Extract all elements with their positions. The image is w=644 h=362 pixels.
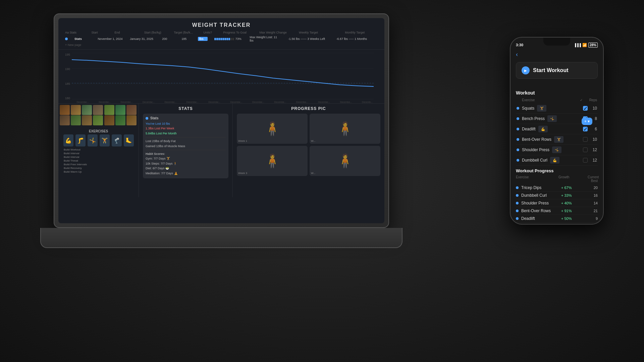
col-end-header: End	[114, 31, 137, 34]
x-label: Decembe...	[318, 101, 330, 103]
food-item[interactable]	[82, 105, 92, 115]
pb3	[218, 38, 220, 40]
photo-body: 🧍	[237, 146, 308, 176]
exercise-icon-shoulders: 🤸	[88, 134, 98, 146]
chart-area: 195 190 185 180	[58, 50, 384, 103]
food-item[interactable]	[115, 115, 125, 125]
data-row[interactable]: Stats November 1, 2024 January 31, 2025 …	[65, 36, 378, 42]
food-item[interactable]	[71, 115, 81, 125]
current-best: 16	[588, 193, 598, 197]
exercise-row-deadlift[interactable]: Deadlift 💪 ✓ 6	[516, 124, 598, 134]
x-label: Decembe...	[252, 101, 264, 103]
x-label: Decembe...	[77, 101, 89, 103]
exercise-checkbox[interactable]	[583, 147, 588, 152]
food-grid	[58, 104, 139, 127]
x-label: Decembe...	[230, 101, 243, 103]
screen-content: WEIGHT TRACKER Aa Stats Start End Start …	[58, 18, 384, 223]
photo-label-2: W...	[311, 139, 316, 142]
exercise-name: Bent-Over Rows	[522, 137, 551, 142]
col-weekly-header: Weekly Target	[299, 31, 338, 34]
food-item[interactable]	[60, 105, 70, 115]
x-label: Decembe...	[340, 101, 352, 103]
row-startval: 200	[162, 37, 175, 41]
food-item[interactable]	[93, 105, 103, 115]
exercise-dot	[516, 217, 519, 220]
phone-body: 3:30 ▐▐▐ 📶 28% ‹ ▶ Start Wo	[510, 37, 604, 225]
row-maxchange: Max Weight Lost: 11 lbs	[250, 36, 281, 42]
workout-list-item[interactable]: Build Recovery	[64, 166, 133, 170]
exercise-checkbox[interactable]: ✓	[583, 127, 588, 131]
progress-section-title: Workout Progress	[516, 168, 598, 173]
exercise-name: Shoulder Press	[522, 147, 549, 152]
progress-row-deadlift: Deadlift + 50% 9	[516, 215, 598, 223]
x-label: Decembe...	[121, 101, 133, 103]
row-target: 185	[181, 37, 191, 41]
exercise-icon-legs: 🦵	[75, 134, 86, 146]
food-item[interactable]	[126, 115, 137, 125]
pb6	[224, 38, 226, 40]
bottom-section: EXERCISES 💪 🦵 🤸 🏋 🦿 🦶	[58, 103, 384, 197]
exercise-checkbox[interactable]	[583, 158, 588, 163]
y-label-2: 190	[65, 67, 70, 71]
exercise-checkbox[interactable]	[583, 137, 588, 142]
exercise-left: Deadlift 💪	[517, 126, 548, 132]
exercise-icon: 🤸	[547, 115, 557, 122]
food-item[interactable]	[93, 115, 103, 125]
growth-badge: + 67%	[561, 186, 581, 190]
y-label-4: 180	[65, 97, 70, 100]
y-label-1: 195	[65, 53, 70, 56]
current-best: 9	[588, 217, 598, 221]
workout-list-item[interactable]: Build Interval	[64, 152, 133, 155]
add-page-btn[interactable]: + New page	[65, 43, 378, 47]
workout-list-item[interactable]: Build Free Intervals	[64, 163, 133, 166]
exercise-dot	[517, 128, 519, 130]
pb8	[228, 38, 230, 40]
x-label: Decembe...	[208, 101, 220, 103]
photo-label-3: Week 3	[238, 172, 247, 175]
y-label-3: 185	[65, 82, 70, 85]
food-item[interactable]	[104, 115, 114, 125]
stats-title: STATS	[143, 106, 228, 111]
progress-blocks	[214, 38, 234, 40]
progress-photo-week3: 🧍 Week 3	[237, 146, 308, 176]
workout-list-item[interactable]: Build Warm Up	[64, 170, 133, 174]
exercise-icon-calves: 🦶	[124, 134, 134, 146]
workout-list-item[interactable]: Build Workout	[64, 148, 133, 152]
food-item[interactable]	[126, 105, 137, 115]
exercise-left: Bench Press 🤸	[517, 115, 557, 122]
food-item[interactable]	[115, 105, 125, 115]
exercise-row-bentoverrows[interactable]: Bent-Over Rows 🏋 10	[516, 134, 598, 145]
exercise-row-squats[interactable]: Squats 🏋 ✓ 10	[516, 103, 598, 114]
food-item[interactable]	[71, 105, 81, 115]
progress-row-benchpress: Bench Press + 60% 16	[516, 223, 598, 224]
growth-badge: + 40%	[561, 201, 581, 205]
add-button-label: + ▾	[584, 119, 590, 124]
body-silhouette-4: 🧍	[337, 153, 354, 169]
col-monthly-header: Monthly Target	[345, 31, 378, 34]
exercise-checkbox[interactable]: ✓	[583, 106, 588, 111]
growth-badge: + 33%	[561, 193, 581, 197]
workout-list-item[interactable]: Build Threat	[64, 159, 133, 163]
exercise-row-shoulderpress[interactable]: Shoulder Press 🤸 12	[516, 145, 598, 155]
battery-pct: 28	[590, 43, 593, 47]
pb1	[214, 38, 216, 40]
exercise-reps: 10	[590, 137, 597, 142]
exercise-right: 10	[583, 137, 597, 142]
back-button[interactable]: ‹	[516, 51, 518, 58]
food-item[interactable]	[104, 105, 114, 115]
photo-body: 🧍	[310, 114, 380, 144]
status-time: 3:30	[516, 43, 523, 47]
exercise-row-dumbbellcurl[interactable]: Dumbbell Curl 💪 12	[516, 155, 598, 166]
exercise-dot	[516, 202, 519, 204]
start-workout-button[interactable]: ▶ Start Workout	[516, 62, 598, 79]
pb4	[220, 38, 222, 40]
stats-habit-title: Habit Scores:	[146, 152, 226, 156]
stats-meditation: Meditation: 7/7 Days 🧘	[146, 171, 226, 176]
add-exercise-button[interactable]: + ▾	[582, 118, 592, 125]
progress-photo-week4: 🧍 W...	[310, 146, 380, 176]
food-item[interactable]	[60, 115, 70, 125]
stats-lost: You've Lost 10 lbs	[146, 122, 170, 125]
progress-exercise-left: Tricep Dips	[516, 185, 555, 190]
food-item[interactable]	[82, 115, 92, 125]
workout-list-item[interactable]: Build Interval	[64, 155, 133, 159]
